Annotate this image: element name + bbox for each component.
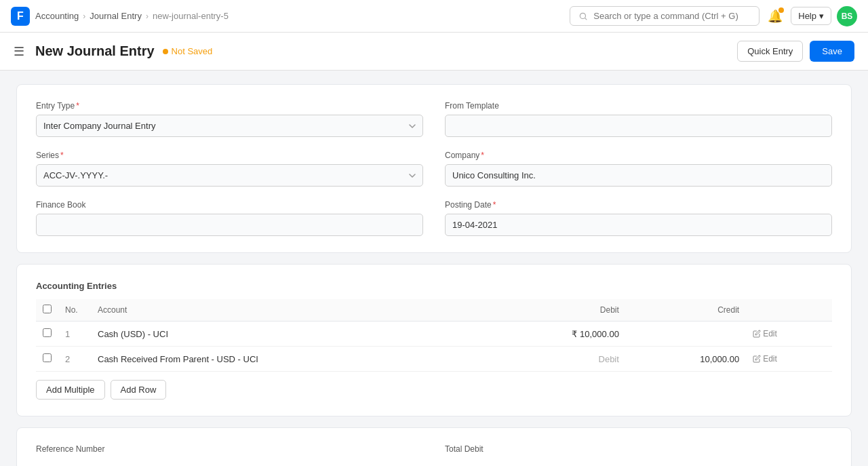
help-button[interactable]: Help ▾: [791, 7, 831, 25]
select-all-checkbox[interactable]: [43, 305, 52, 313]
finance-book-input[interactable]: [36, 214, 423, 236]
posting-date-group: Posting Date*: [445, 200, 832, 236]
sep-2: ›: [146, 12, 149, 21]
not-saved-badge: Not Saved: [163, 46, 213, 56]
footer-grid: Reference Number Total Debit: [36, 444, 832, 454]
row1-edit-button[interactable]: Edit: [753, 329, 825, 338]
edit-icon: [753, 330, 761, 338]
not-saved-label: Not Saved: [172, 46, 213, 56]
total-debit-label: Total Debit: [445, 444, 832, 454]
row-actions: Add Multiple Add Row: [36, 380, 832, 400]
entries-table: No. Account Debit Credit 1 Cash (USD) - …: [36, 299, 832, 372]
search-bar[interactable]: [570, 6, 760, 26]
row2-checkbox-cell: [36, 347, 58, 372]
save-button[interactable]: Save: [810, 41, 854, 62]
table-row: 2 Cash Received From Parent - USD - UCI …: [36, 347, 832, 372]
breadcrumb-journal-entry[interactable]: Journal Entry: [90, 11, 142, 21]
add-row-button[interactable]: Add Row: [111, 380, 167, 400]
table-row: 1 Cash (USD) - UCI ₹ 10,000.00 Edit: [36, 322, 832, 347]
finance-book-group: Finance Book: [36, 200, 423, 236]
total-debit-group: Total Debit: [445, 444, 832, 454]
avatar[interactable]: BS: [837, 6, 857, 26]
search-icon: [578, 12, 588, 21]
breadcrumb-current: new-journal-entry-5: [153, 11, 229, 21]
row2-checkbox[interactable]: [43, 353, 52, 362]
form-card: Entry Type* Inter Company Journal Entry …: [16, 84, 852, 253]
notification-dot: [778, 7, 784, 13]
entry-type-select[interactable]: Inter Company Journal Entry: [36, 115, 423, 137]
col-checkbox: [36, 299, 58, 322]
breadcrumb: Accounting › Journal Entry › new-journal…: [35, 11, 229, 21]
breadcrumb-accounting[interactable]: Accounting: [35, 11, 79, 21]
header-actions: Quick Entry Save: [737, 41, 854, 62]
company-input[interactable]: [445, 164, 832, 187]
entry-type-label: Entry Type*: [36, 101, 423, 111]
col-credit: Credit: [626, 299, 746, 322]
row1-checkbox[interactable]: [43, 328, 52, 337]
top-nav: F Accounting › Journal Entry › new-journ…: [0, 0, 868, 33]
sep-1: ›: [83, 12, 85, 21]
from-template-label: From Template: [445, 101, 832, 111]
posting-date-label: Posting Date*: [445, 200, 832, 210]
col-debit: Debit: [488, 299, 626, 322]
col-account: Account: [91, 299, 488, 322]
main-content: Entry Type* Inter Company Journal Entry …: [0, 71, 868, 466]
entry-type-group: Entry Type* Inter Company Journal Entry: [36, 101, 423, 137]
row1-credit: [626, 322, 746, 347]
search-input[interactable]: [593, 11, 751, 21]
row2-account: Cash Received From Parent - USD - UCI: [91, 347, 488, 372]
accounting-entries-title: Accounting Entries: [36, 281, 832, 291]
from-template-group: From Template: [445, 101, 832, 137]
reference-number-label: Reference Number: [36, 444, 423, 454]
row1-account: Cash (USD) - UCI: [91, 322, 488, 347]
page-title: New Journal Entry: [35, 43, 155, 59]
page-header: ☰ New Journal Entry Not Saved Quick Entr…: [0, 33, 868, 71]
company-group: Company*: [445, 151, 832, 187]
row2-credit: 10,000.00: [626, 347, 746, 372]
notification-bell[interactable]: 🔔: [765, 6, 785, 26]
row1-debit: ₹ 10,000.00: [488, 322, 626, 347]
row2-edit-button[interactable]: Edit: [753, 354, 825, 364]
row2-debit: Debit: [488, 347, 626, 372]
row1-no: 1: [58, 322, 91, 347]
row2-no: 2: [58, 347, 91, 372]
row2-edit-cell: Edit: [746, 347, 832, 372]
col-actions: [746, 299, 832, 322]
col-no: No.: [58, 299, 91, 322]
add-multiple-button[interactable]: Add Multiple: [36, 380, 105, 400]
series-label: Series*: [36, 151, 423, 160]
posting-date-input[interactable]: [445, 214, 832, 236]
accounting-entries-card: Accounting Entries No. Account Debit Cre…: [16, 264, 852, 416]
reference-number-group: Reference Number: [36, 444, 423, 454]
chevron-down-icon: ▾: [819, 11, 824, 21]
series-group: Series* ACC-JV-.YYYY.-: [36, 151, 423, 187]
form-grid: Entry Type* Inter Company Journal Entry …: [36, 101, 832, 236]
quick-entry-button[interactable]: Quick Entry: [737, 41, 803, 62]
not-saved-dot: [163, 49, 168, 54]
footer-card: Reference Number Total Debit: [16, 427, 852, 466]
row1-edit-cell: Edit: [746, 322, 832, 347]
company-label: Company*: [445, 151, 832, 160]
finance-book-label: Finance Book: [36, 200, 423, 210]
series-select[interactable]: ACC-JV-.YYYY.-: [36, 164, 423, 187]
menu-icon[interactable]: ☰: [14, 44, 24, 59]
from-template-input[interactable]: [445, 115, 832, 137]
row1-checkbox-cell: [36, 322, 58, 347]
edit-icon: [753, 355, 761, 363]
app-icon[interactable]: F: [11, 7, 30, 26]
